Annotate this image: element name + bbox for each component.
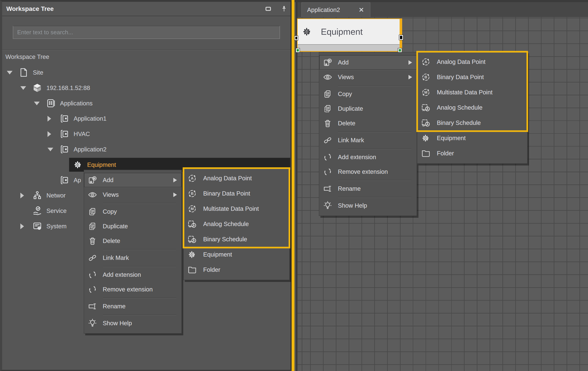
menu-item-copy[interactable]: Copy [84,204,181,219]
menu-item-add[interactable]: Add [319,55,417,70]
tree-item-label: Site [33,65,43,80]
application-icon [59,144,70,154]
duplicate-icon [88,221,97,231]
caret-down-icon[interactable] [7,71,12,75]
menu-item-delete[interactable]: Delete [319,116,417,131]
menu-item-rename[interactable]: Rename [319,181,417,196]
submenu-item-equipment[interactable]: Equipment [184,247,289,262]
caret-down-icon[interactable] [20,86,26,90]
submenu-item-label: Equipment [203,251,232,258]
menu-separator [338,197,411,197]
caret-down-icon[interactable] [48,148,53,151]
panel-edge-strip [294,2,296,371]
menu-item-add-extension[interactable]: Add extension [319,150,417,164]
submenu-item-label: Binary Schedule [203,236,247,243]
submenu-item-label: Analog Schedule [437,104,483,111]
menu-item-label: Delete [338,120,355,127]
tree-item-label: Networ [46,188,66,203]
tab-application2[interactable]: Application2 ✕ [301,2,370,17]
tree-item-application1[interactable]: Application1 [2,111,290,126]
add-submenu-right: AAnalog Data PointBBinary Data PointMMul… [417,52,527,164]
rename-icon [88,302,97,311]
menu-item-add[interactable]: Add [84,173,181,187]
menu-item-copy[interactable]: Copy [319,87,417,101]
menu-item-views[interactable]: Views [319,70,417,84]
submenu-item-binary-schedule[interactable]: BBinary Schedule [184,232,289,247]
tree-item-label: System [46,219,66,233]
resize-handle-bottom-right[interactable] [398,48,402,52]
svg-text:A: A [424,60,427,64]
svg-text:B: B [189,240,191,243]
services-icon [32,206,42,216]
menu-item-add-extension[interactable]: Add extension [84,267,181,282]
menu-item-views[interactable]: Views [84,187,181,202]
applications-icon [46,98,56,109]
tab-bar: Application2 ✕ [297,2,588,17]
menu-item-link-mark[interactable]: Link Mark [84,251,181,265]
menu-separator [338,180,411,180]
menu-item-link-mark[interactable]: Link Mark [319,133,417,148]
panel-splitter[interactable] [292,0,294,371]
submenu-item-folder[interactable]: Folder [184,262,289,277]
resize-handle-right[interactable] [399,35,403,40]
tree-item-hvac[interactable]: HVAC [2,127,290,141]
menu-separator [103,203,176,203]
submenu-item-equipment[interactable]: Equipment [417,131,527,146]
extension-icon [323,167,333,177]
multistate-data-point-icon: M [187,204,197,214]
submenu-item-folder[interactable]: Folder [417,146,527,161]
app-root: Workspace Tree Workspace Tree Site192.16… [0,0,588,371]
tree-item-192-168-1-52-88[interactable]: 192.168.1.52:88 [2,81,290,95]
equipment-icon [421,133,431,143]
svg-text:B: B [422,123,425,127]
menu-item-label: Views [103,191,119,198]
submenu-item-multistate-data-point[interactable]: MMultistate Data Point [184,201,289,216]
menu-item-show-help[interactable]: Show Help [84,316,181,330]
equipment-widget[interactable]: Equipment [297,18,402,52]
submenu-arrow-icon [173,178,177,182]
site-file-icon [19,67,29,78]
resize-handle-left[interactable] [294,36,298,40]
menu-item-duplicate[interactable]: Duplicate [84,219,181,234]
analog-data-point-icon: A [187,173,197,183]
caret-right-icon[interactable] [48,116,51,121]
caret-down-icon[interactable] [34,102,40,105]
network-icon [32,190,42,200]
menu-item-delete[interactable]: Delete [84,234,181,248]
equipment-widget-label: Equipment [321,27,363,37]
menu-item-label: Add [338,59,349,66]
tree-item-label: HVAC [74,127,90,141]
menu-item-duplicate[interactable]: Duplicate [319,101,417,116]
submenu-item-binary-data-point[interactable]: BBinary Data Point [184,186,289,201]
menu-item-label: Copy [103,208,117,215]
controller-icon [32,83,42,93]
tree-item-label: Applications [60,96,93,110]
svg-text:B: B [424,75,427,79]
tree-item-application2[interactable]: Application2 [2,142,290,157]
close-icon[interactable]: ✕ [359,6,364,14]
delete-icon [88,236,97,246]
menu-item-remove-extension[interactable]: Remove extension [319,164,417,179]
submenu-item-analog-data-point[interactable]: AAnalog Data Point [184,171,289,186]
menu-item-show-help[interactable]: Show Help [319,198,417,213]
submenu-item-binary-schedule[interactable]: BBinary Schedule [417,115,527,131]
submenu-item-binary-data-point[interactable]: BBinary Data Point [417,69,527,85]
menu-item-rename[interactable]: Rename [84,299,181,314]
tree-item-site[interactable]: Site [2,65,290,80]
menu-item-label: Rename [338,185,361,192]
caret-right-icon[interactable] [20,223,24,229]
svg-text:B: B [191,191,194,196]
menu-separator [338,131,411,132]
svg-text:A: A [191,176,194,180]
application-icon [59,175,70,185]
submenu-item-analog-data-point[interactable]: AAnalog Data Point [417,54,527,69]
caret-right-icon[interactable] [20,193,24,198]
menu-item-remove-extension[interactable]: Remove extension [84,282,181,297]
resize-handle-bottom-left[interactable] [296,48,300,52]
tree-item-applications[interactable]: Applications [2,96,290,110]
caret-right-icon[interactable] [48,131,51,137]
submenu-item-multistate-data-point[interactable]: MMultistate Data Point [417,85,527,100]
multistate-data-point-icon: M [421,87,431,97]
submenu-item-analog-schedule[interactable]: AAnalog Schedule [184,216,289,232]
submenu-item-analog-schedule[interactable]: AAnalog Schedule [417,100,527,115]
